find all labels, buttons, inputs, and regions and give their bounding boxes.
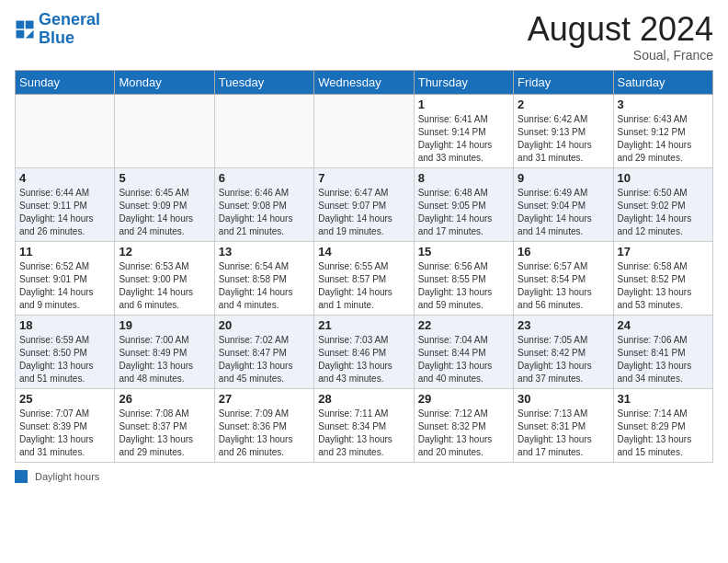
logo-icon [15, 19, 35, 40]
day-info: Sunrise: 6:42 AMSunset: 9:13 PMDaylight:… [518, 113, 609, 165]
day-info: Sunrise: 6:46 AMSunset: 9:08 PMDaylight:… [219, 187, 310, 238]
calendar-day-header: Thursday [414, 70, 513, 94]
day-info: Sunrise: 6:58 AMSunset: 8:52 PMDaylight:… [618, 260, 709, 312]
calendar-cell: 1Sunrise: 6:41 AMSunset: 9:14 PMDaylight… [414, 94, 513, 167]
svg-marker-3 [26, 30, 34, 39]
day-info: Sunrise: 7:13 AMSunset: 8:31 PMDaylight:… [518, 408, 609, 459]
calendar-week-row: 18Sunrise: 6:59 AMSunset: 8:50 PMDayligh… [16, 315, 713, 388]
calendar-cell: 12Sunrise: 6:53 AMSunset: 9:00 PMDayligh… [115, 241, 214, 315]
day-info: Sunrise: 7:02 AMSunset: 8:47 PMDaylight:… [219, 334, 310, 385]
calendar-cell: 22Sunrise: 7:04 AMSunset: 8:44 PMDayligh… [414, 315, 513, 388]
title-block: August 2024 Soual, France [528, 11, 713, 63]
day-number: 3 [618, 98, 709, 111]
calendar-day-header: Sunday [16, 70, 115, 94]
calendar-cell: 20Sunrise: 7:02 AMSunset: 8:47 PMDayligh… [214, 315, 313, 388]
day-number: 2 [518, 98, 609, 111]
day-info: Sunrise: 7:11 AMSunset: 8:34 PMDaylight:… [318, 408, 409, 459]
calendar-day-header: Tuesday [214, 70, 313, 94]
day-number: 30 [518, 392, 609, 406]
day-number: 25 [19, 392, 110, 406]
svg-rect-1 [26, 20, 34, 29]
day-info: Sunrise: 6:50 AMSunset: 9:02 PMDaylight:… [618, 187, 709, 238]
day-number: 19 [119, 318, 210, 332]
calendar-cell: 9Sunrise: 6:49 AMSunset: 9:04 PMDaylight… [514, 167, 613, 241]
day-number: 7 [318, 171, 409, 185]
day-number: 23 [518, 318, 609, 332]
day-info: Sunrise: 7:09 AMSunset: 8:36 PMDaylight:… [219, 408, 310, 459]
day-number: 22 [418, 318, 509, 332]
logo-text: GeneralBlue [39, 11, 100, 48]
day-info: Sunrise: 6:56 AMSunset: 8:55 PMDaylight:… [418, 260, 509, 312]
day-info: Sunrise: 6:44 AMSunset: 9:11 PMDaylight:… [19, 187, 110, 238]
svg-rect-0 [16, 20, 24, 29]
calendar-cell: 15Sunrise: 6:56 AMSunset: 8:55 PMDayligh… [414, 241, 513, 315]
day-number: 29 [418, 392, 509, 406]
logo-blue: Blue [39, 29, 74, 47]
day-info: Sunrise: 7:12 AMSunset: 8:32 PMDaylight:… [418, 408, 509, 459]
day-info: Sunrise: 6:52 AMSunset: 9:01 PMDaylight:… [19, 260, 110, 312]
calendar-cell: 7Sunrise: 6:47 AMSunset: 9:07 PMDaylight… [314, 167, 414, 241]
calendar-week-row: 4Sunrise: 6:44 AMSunset: 9:11 PMDaylight… [16, 167, 713, 241]
day-number: 24 [618, 318, 709, 332]
calendar-day-header: Friday [514, 70, 613, 94]
calendar-cell: 27Sunrise: 7:09 AMSunset: 8:36 PMDayligh… [214, 388, 313, 462]
svg-rect-2 [16, 30, 24, 39]
logo: GeneralBlue [15, 11, 100, 48]
day-info: Sunrise: 6:49 AMSunset: 9:04 PMDaylight:… [518, 187, 609, 238]
calendar-cell: 18Sunrise: 6:59 AMSunset: 8:50 PMDayligh… [16, 315, 115, 388]
calendar-cell: 13Sunrise: 6:54 AMSunset: 8:58 PMDayligh… [214, 241, 313, 315]
page: GeneralBlue August 2024 Soual, France Su… [0, 0, 728, 563]
day-info: Sunrise: 6:41 AMSunset: 9:14 PMDaylight:… [418, 113, 509, 165]
header: GeneralBlue August 2024 Soual, France [15, 11, 713, 63]
day-number: 17 [618, 245, 709, 259]
day-number: 26 [119, 392, 210, 406]
calendar-day-header: Wednesday [314, 70, 414, 94]
calendar-cell [115, 94, 214, 167]
day-info: Sunrise: 6:57 AMSunset: 8:54 PMDaylight:… [518, 260, 609, 312]
day-info: Sunrise: 6:54 AMSunset: 8:58 PMDaylight:… [219, 260, 310, 312]
calendar-cell: 11Sunrise: 6:52 AMSunset: 9:01 PMDayligh… [16, 241, 115, 315]
logo-general: General [39, 10, 100, 29]
calendar-cell: 5Sunrise: 6:45 AMSunset: 9:09 PMDaylight… [115, 167, 214, 241]
day-number: 13 [219, 245, 310, 259]
day-info: Sunrise: 6:45 AMSunset: 9:09 PMDaylight:… [119, 187, 210, 238]
location: Soual, France [528, 48, 713, 63]
calendar-cell: 4Sunrise: 6:44 AMSunset: 9:11 PMDaylight… [16, 167, 115, 241]
calendar-cell: 24Sunrise: 7:06 AMSunset: 8:41 PMDayligh… [613, 315, 712, 388]
calendar-cell [214, 94, 313, 167]
calendar-cell: 26Sunrise: 7:08 AMSunset: 8:37 PMDayligh… [115, 388, 214, 462]
calendar: SundayMondayTuesdayWednesdayThursdayFrid… [15, 70, 713, 463]
day-info: Sunrise: 7:04 AMSunset: 8:44 PMDaylight:… [418, 334, 509, 385]
calendar-cell: 25Sunrise: 7:07 AMSunset: 8:39 PMDayligh… [16, 388, 115, 462]
day-number: 9 [518, 171, 609, 185]
day-number: 31 [618, 392, 709, 406]
day-number: 4 [19, 171, 110, 185]
day-number: 8 [418, 171, 509, 185]
day-info: Sunrise: 7:00 AMSunset: 8:49 PMDaylight:… [119, 334, 210, 385]
calendar-cell: 28Sunrise: 7:11 AMSunset: 8:34 PMDayligh… [314, 388, 414, 462]
day-number: 1 [418, 98, 509, 111]
calendar-day-header: Saturday [613, 70, 712, 94]
calendar-cell: 23Sunrise: 7:05 AMSunset: 8:42 PMDayligh… [514, 315, 613, 388]
day-info: Sunrise: 6:43 AMSunset: 9:12 PMDaylight:… [618, 113, 709, 165]
month-title: August 2024 [528, 11, 713, 48]
day-info: Sunrise: 6:53 AMSunset: 9:00 PMDaylight:… [119, 260, 210, 312]
calendar-cell: 31Sunrise: 7:14 AMSunset: 8:29 PMDayligh… [613, 388, 712, 462]
calendar-week-row: 1Sunrise: 6:41 AMSunset: 9:14 PMDaylight… [16, 94, 713, 167]
calendar-week-row: 25Sunrise: 7:07 AMSunset: 8:39 PMDayligh… [16, 388, 713, 462]
calendar-cell: 17Sunrise: 6:58 AMSunset: 8:52 PMDayligh… [613, 241, 712, 315]
calendar-cell: 2Sunrise: 6:42 AMSunset: 9:13 PMDaylight… [514, 94, 613, 167]
calendar-cell: 19Sunrise: 7:00 AMSunset: 8:49 PMDayligh… [115, 315, 214, 388]
calendar-week-row: 11Sunrise: 6:52 AMSunset: 9:01 PMDayligh… [16, 241, 713, 315]
day-number: 11 [19, 245, 110, 259]
day-info: Sunrise: 7:07 AMSunset: 8:39 PMDaylight:… [19, 408, 110, 459]
legend-label: Daylight hours [35, 471, 99, 482]
day-number: 14 [318, 245, 409, 259]
calendar-cell: 21Sunrise: 7:03 AMSunset: 8:46 PMDayligh… [314, 315, 414, 388]
day-number: 15 [418, 245, 509, 259]
calendar-cell: 3Sunrise: 6:43 AMSunset: 9:12 PMDaylight… [613, 94, 712, 167]
calendar-cell: 14Sunrise: 6:55 AMSunset: 8:57 PMDayligh… [314, 241, 414, 315]
day-info: Sunrise: 6:47 AMSunset: 9:07 PMDaylight:… [318, 187, 409, 238]
day-number: 28 [318, 392, 409, 406]
day-number: 20 [219, 318, 310, 332]
